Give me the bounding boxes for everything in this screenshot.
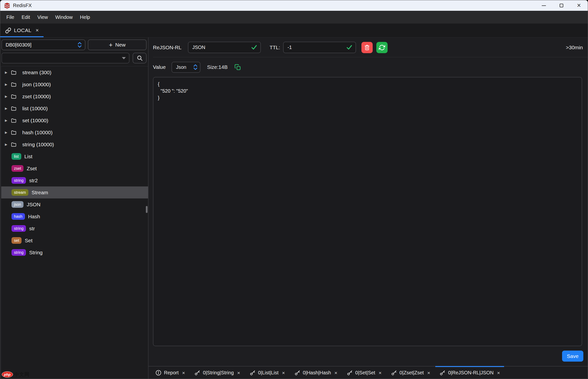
tab-close-icon[interactable]: × [182,370,185,375]
folder-icon [11,106,17,111]
key-type-label: ReJSON-RL [153,45,182,50]
menu-window[interactable]: Window [52,15,76,20]
new-key-button[interactable]: + New [88,39,147,50]
key-type-badge: zset [12,165,24,172]
folder-icon [11,118,17,124]
key-row[interactable]: json JSON [1,198,148,210]
key-type-badge: json [12,201,24,208]
expand-caret-icon[interactable]: ▶ [5,71,10,74]
minimize-icon [542,5,546,6]
database-row: DB0[60309] + New [1,39,147,50]
close-button[interactable]: × [570,0,588,11]
refresh-icon [379,44,385,51]
tab-close-icon[interactable]: × [282,370,285,375]
menu-edit[interactable]: Edit [18,15,33,20]
database-select-value: DB0[60309] [6,42,31,48]
tab-list-list[interactable]: 0|List|List × [250,366,285,379]
watermark-php-badge: php [2,371,13,378]
folder-row-zset[interactable]: ▶ zset (10000) [1,90,148,102]
key-row-selected[interactable]: stream Stream [1,187,148,198]
search-input[interactable] [5,55,120,61]
expand-caret-icon[interactable]: ▶ [5,119,10,122]
key-row[interactable]: set Set [1,235,148,246]
search-dropdown-caret-icon[interactable] [122,57,126,59]
search-button[interactable] [133,53,147,63]
spinner-arrows-icon[interactable] [193,64,197,71]
key-icon [194,370,200,376]
maximize-button[interactable] [553,0,570,11]
folder-icon [11,142,17,147]
tab-string-string[interactable]: 0|String|String × [194,366,240,379]
tab-close-icon[interactable]: × [427,370,430,375]
key-row[interactable]: string String [1,246,148,258]
tab-close-icon[interactable]: × [497,370,500,375]
link-icon [5,27,11,33]
key-name-input[interactable] [192,44,251,50]
ttl-input[interactable] [287,44,346,50]
key-header: ReJSON-RL TTL: >30min [148,37,588,57]
new-key-button-label: New [115,42,126,48]
search-box [1,53,130,63]
save-button[interactable]: Save [562,351,583,362]
folder-row-list[interactable]: ▶ list (10000) [1,102,148,114]
expand-caret-icon[interactable]: ▶ [5,131,10,134]
redis-logo-icon [4,2,11,9]
sidebar-scrollbar-thumb[interactable] [146,206,147,213]
key-row[interactable]: string str [1,222,148,235]
tab-rejson-json[interactable]: 0|ReJSON-RL|JSON × [440,366,500,379]
refresh-key-button[interactable] [376,42,388,53]
key-icon [440,370,446,376]
sidebar: DB0[60309] + New ▶ [0,37,148,379]
value-editor-content[interactable]: { "520 ": "520" } [158,81,577,101]
watermark-text: 中文网 [14,371,29,378]
expand-caret-icon[interactable]: ▶ [5,142,10,146]
folder-label: zset (10000) [22,94,51,99]
tab-close-icon[interactable]: × [379,370,382,375]
expand-caret-icon[interactable]: ▶ [5,82,10,86]
tab-close-icon[interactable]: × [335,370,338,375]
connection-tab-close-icon[interactable]: × [35,28,39,33]
key-icon [391,370,397,376]
folder-label: set (10000) [22,118,48,124]
key-row[interactable]: string str2 [1,174,148,187]
bottom-tabbar: Report × 0|String|String × 0|List|List ×… [148,366,588,379]
app-window: RedisFX × File Edit View Window Help LOC… [0,0,588,379]
key-name: str [29,226,35,232]
watermark: php 中文网 [2,371,29,378]
expand-caret-icon[interactable]: ▶ [5,95,10,98]
key-type-badge: string [12,177,26,184]
folder-row-hash[interactable]: ▶ hash (10000) [1,126,148,138]
tab-label: 0|Set|Set [355,370,375,376]
database-select[interactable]: DB0[60309] [1,39,85,50]
tab-zset-zset[interactable]: 0|Zset|Zset × [391,366,430,379]
minimize-button[interactable] [535,0,553,11]
key-row[interactable]: hash Hash [1,210,148,222]
delete-key-button[interactable] [361,42,373,53]
tab-hash-hash[interactable]: 0|Hash|Hash × [294,366,338,379]
value-editor[interactable]: { "520 ": "520" } [153,77,582,346]
menu-view[interactable]: View [34,15,52,20]
value-size-label: Size:14B [207,64,228,70]
key-row[interactable]: list List [1,150,148,162]
app-title: RedisFX [13,3,32,8]
tab-set-set[interactable]: 0|Set|Set × [347,366,382,379]
detail-panel: ReJSON-RL TTL: >30min V [148,37,588,379]
copy-icon[interactable] [235,64,241,71]
connection-tab-local[interactable]: LOCAL × [0,24,44,37]
trash-icon [364,44,370,51]
tab-label: 0|Hash|Hash [303,370,331,376]
tab-close-icon[interactable]: × [237,370,240,375]
folder-row-set[interactable]: ▶ set (10000) [1,114,148,126]
tab-report[interactable]: Report × [155,366,185,379]
folder-row-json[interactable]: ▶ json (10000) [1,79,148,90]
menu-file[interactable]: File [3,15,18,20]
folder-row-string[interactable]: ▶ string (10000) [1,138,148,150]
key-row[interactable]: zset Zset [1,162,148,174]
expand-caret-icon[interactable]: ▶ [5,107,10,110]
folder-row-stream[interactable]: ▶ stream (300) [1,66,148,79]
folder-label: string (10000) [22,142,54,147]
folder-icon [11,130,17,135]
spinner-arrows-icon[interactable] [78,41,82,48]
value-format-select[interactable]: Json [172,62,200,73]
menu-help[interactable]: Help [76,15,94,20]
